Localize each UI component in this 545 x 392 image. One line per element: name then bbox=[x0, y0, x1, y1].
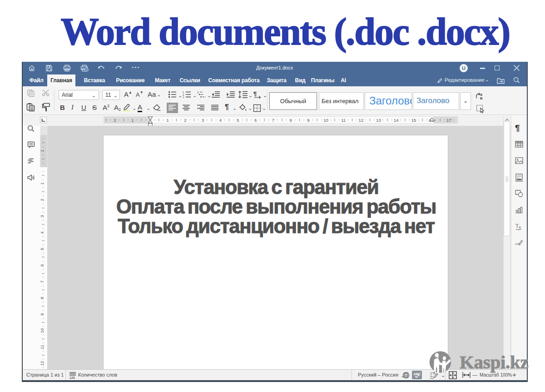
svg-text:7: 7 bbox=[272, 118, 274, 123]
svg-text:9: 9 bbox=[307, 118, 309, 123]
svg-text:4: 4 bbox=[40, 231, 45, 233]
svg-text:3: 3 bbox=[183, 96, 184, 99]
svg-text:1: 1 bbox=[40, 182, 45, 184]
svg-text:a: a bbox=[519, 224, 521, 229]
svg-text:8: 8 bbox=[40, 297, 45, 299]
svg-text:ABC: ABC bbox=[414, 372, 421, 376]
svg-text:1: 1 bbox=[197, 91, 199, 94]
svg-text:2: 2 bbox=[184, 118, 186, 123]
svg-text:12: 12 bbox=[40, 361, 45, 366]
svg-text:15: 15 bbox=[411, 118, 416, 123]
svg-text:123: 123 bbox=[69, 376, 75, 379]
svg-text:11: 11 bbox=[40, 345, 45, 349]
svg-text:10: 10 bbox=[40, 328, 45, 333]
svg-text:1: 1 bbox=[131, 118, 134, 123]
svg-text:6: 6 bbox=[40, 264, 45, 266]
svg-text:1: 1 bbox=[167, 118, 169, 123]
svg-text:12: 12 bbox=[359, 118, 364, 123]
svg-text:14: 14 bbox=[394, 118, 399, 123]
svg-text:4: 4 bbox=[219, 118, 222, 123]
svg-text:¶: ¶ bbox=[253, 90, 257, 97]
svg-text:7: 7 bbox=[40, 280, 45, 283]
svg-text:9: 9 bbox=[40, 313, 45, 315]
svg-text:3: 3 bbox=[202, 118, 204, 123]
svg-text:17: 17 bbox=[446, 118, 451, 123]
svg-text:3: 3 bbox=[40, 215, 45, 217]
svg-text:6: 6 bbox=[254, 118, 257, 123]
svg-text:11: 11 bbox=[341, 118, 346, 123]
svg-text:8: 8 bbox=[289, 118, 292, 123]
svg-text:5: 5 bbox=[237, 118, 239, 123]
svg-text:5: 5 bbox=[40, 248, 45, 250]
svg-text:1: 1 bbox=[40, 149, 45, 152]
svg-text:2: 2 bbox=[114, 118, 116, 123]
svg-text:B: B bbox=[480, 96, 483, 100]
svg-text:13: 13 bbox=[376, 118, 381, 123]
svg-text:2: 2 bbox=[40, 198, 45, 201]
svg-text:10: 10 bbox=[323, 118, 328, 123]
